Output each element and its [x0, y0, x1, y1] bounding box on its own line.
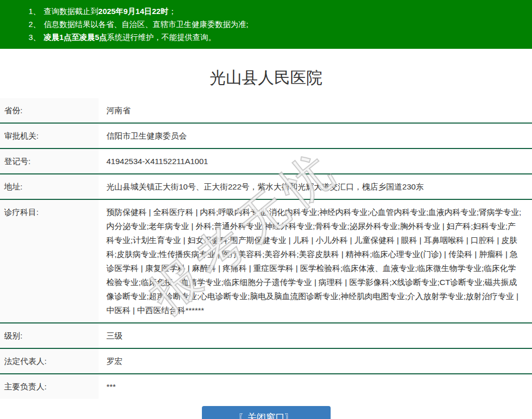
notice-text-bold: 凌晨1点至凌晨5点 — [44, 33, 107, 42]
field-label: 法定代表人: — [0, 348, 99, 374]
field-label: 诊疗科目: — [0, 199, 99, 323]
field-value: *** — [99, 374, 532, 399]
table-row-address: 地址: 光山县城关镇正大街10号、正大街222号，紫水大街和光辉大道交汇口，槐店… — [0, 174, 532, 199]
notice-line-2: 2、信息数据结果以各省、自治区、直辖市卫生健康委数据为准; — [29, 18, 522, 31]
notice-text: ； — [168, 7, 176, 16]
field-label: 审批机关: — [0, 123, 99, 148]
table-row-province: 省份: 河南省 — [0, 98, 532, 123]
table-row-approval-authority: 审批机关: 信阳市卫生健康委员会 — [0, 123, 532, 148]
field-value: 41942534-X41152211A1001 — [99, 148, 532, 174]
close-window-button[interactable]: 〖关闭窗口〗 — [202, 406, 331, 419]
field-value: 河南省 — [99, 98, 532, 123]
field-value: 三级 — [99, 323, 532, 348]
table-row-main-person-in-charge: 主要负责人: *** — [0, 374, 532, 399]
field-label: 地址: — [0, 174, 99, 199]
button-row: 〖关闭窗口〗 — [0, 406, 532, 419]
notice-text: 系统进行维护，不能提供查询。 — [107, 33, 216, 42]
hospital-info-table: 省份: 河南省 审批机关: 信阳市卫生健康委员会 登记号: 41942534-X… — [0, 98, 532, 399]
field-value: 信阳市卫生健康委员会 — [99, 123, 532, 148]
field-value: 罗宏 — [99, 348, 532, 374]
notice-text: 查询数据截止到 — [44, 7, 98, 16]
notice-number: 1、 — [29, 5, 40, 18]
field-label: 级别: — [0, 323, 99, 348]
notice-text: 信息数据结果以各省、自治区、直辖市卫生健康委数据为准; — [44, 20, 248, 29]
field-label: 登记号: — [0, 148, 99, 174]
table-row-medical-subjects: 诊疗科目: 预防保健科 | 全科医疗科 | 内科;呼吸内科专业;消化内科专业;神… — [0, 199, 532, 323]
notice-text-bold: 2025年9月14日22时 — [98, 7, 168, 16]
table-row-registration-number: 登记号: 41942534-X41152211A1001 — [0, 148, 532, 174]
field-value: 预防保健科 | 全科医疗科 | 内科;呼吸内科专业;消化内科专业;神经内科专业;… — [99, 199, 532, 323]
table-row-level: 级别: 三级 — [0, 323, 532, 348]
field-label: 省份: — [0, 98, 99, 123]
table-row-legal-representative: 法定代表人: 罗宏 — [0, 348, 532, 374]
notice-number: 2、 — [29, 18, 40, 31]
notice-number: 3、 — [29, 31, 40, 44]
notice-line-1: 1、查询数据截止到2025年9月14日22时； — [29, 5, 522, 18]
notice-bar: 1、查询数据截止到2025年9月14日22时； 2、信息数据结果以各省、自治区、… — [0, 0, 532, 49]
notice-line-3: 3、凌晨1点至凌晨5点系统进行维护，不能提供查询。 — [29, 31, 522, 44]
field-label: 主要负责人: — [0, 374, 99, 399]
field-value: 光山县城关镇正大街10号、正大街222号，紫水大街和光辉大道交汇口，槐店乡国道2… — [99, 174, 532, 199]
page-title: 光山县人民医院 — [0, 66, 532, 90]
